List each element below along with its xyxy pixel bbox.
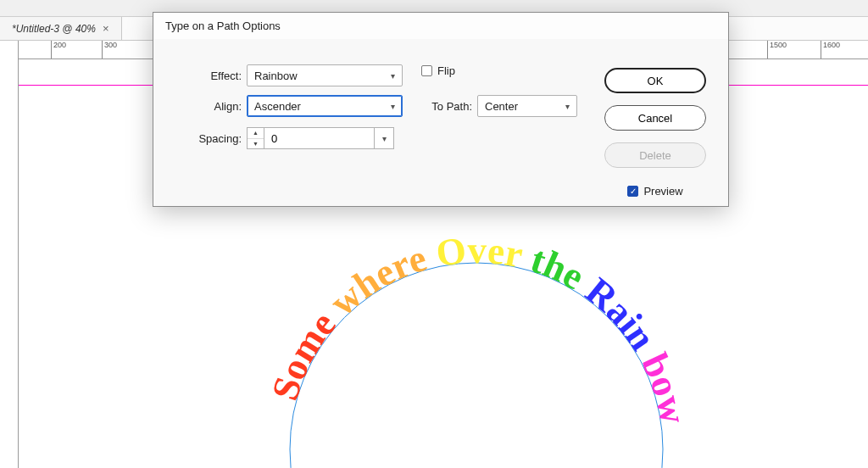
chevron-down-icon: ▾ bbox=[565, 102, 570, 111]
effect-select[interactable]: Rainbow ▾ bbox=[247, 64, 403, 86]
chevron-down-icon: ▾ bbox=[391, 71, 395, 81]
effect-label: Effect: bbox=[199, 70, 242, 82]
dialog-title: Type on a Path Options bbox=[153, 13, 728, 39]
path-word: Rain bbox=[570, 263, 665, 358]
spacing-value[interactable]: 0 bbox=[264, 127, 374, 149]
topath-label: To Path: bbox=[421, 100, 472, 113]
ruler-tick: 300 bbox=[102, 41, 117, 59]
ok-button[interactable]: OK bbox=[604, 68, 706, 93]
effect-value: Rainbow bbox=[254, 70, 298, 82]
ruler-tick: 1500 bbox=[767, 41, 787, 59]
align-select[interactable]: Ascender ▾ bbox=[247, 95, 403, 117]
chevron-down-icon: ▾ bbox=[382, 134, 387, 143]
type-on-path-art: Some where Over the Rain bow bbox=[273, 229, 680, 468]
cancel-button[interactable]: Cancel bbox=[604, 105, 706, 131]
path-word: Over bbox=[421, 229, 526, 277]
align-value: Ascender bbox=[254, 100, 301, 113]
flip-label: Flip bbox=[437, 64, 455, 77]
ruler-vertical bbox=[0, 41, 19, 468]
ruler-tick: 1600 bbox=[821, 41, 840, 59]
document-tab-title: *Untitled-3 @ 40% bbox=[12, 23, 96, 35]
delete-button: Delete bbox=[604, 142, 706, 168]
checkbox-icon: ✓ bbox=[627, 186, 638, 197]
document-tab[interactable]: *Untitled-3 @ 40% × bbox=[0, 17, 122, 40]
checkbox-icon bbox=[421, 65, 432, 76]
spacing-label: Spacing: bbox=[184, 132, 242, 145]
path-word: where bbox=[313, 237, 431, 331]
spacing-stepper[interactable]: ▲ ▼ 0 ▾ bbox=[247, 127, 394, 149]
spacing-down-icon[interactable]: ▼ bbox=[248, 139, 264, 149]
type-on-path-options-dialog: Type on a Path Options Effect: Rainbow ▾… bbox=[153, 12, 729, 207]
chevron-down-icon: ▾ bbox=[391, 102, 395, 111]
topath-select[interactable]: Center ▾ bbox=[477, 95, 577, 117]
topath-value: Center bbox=[485, 100, 518, 113]
spacing-up-icon[interactable]: ▲ bbox=[248, 128, 264, 139]
preview-checkbox[interactable]: ✓ Preview bbox=[627, 185, 682, 198]
close-icon[interactable]: × bbox=[103, 22, 109, 35]
path-text: Some where Over the Rain bow bbox=[264, 229, 696, 428]
preview-label: Preview bbox=[643, 185, 682, 198]
spacing-dropdown[interactable]: ▾ bbox=[374, 127, 394, 149]
flip-checkbox[interactable]: Flip bbox=[421, 64, 455, 77]
align-label: Align: bbox=[199, 100, 242, 113]
ruler-tick: 200 bbox=[51, 41, 66, 59]
